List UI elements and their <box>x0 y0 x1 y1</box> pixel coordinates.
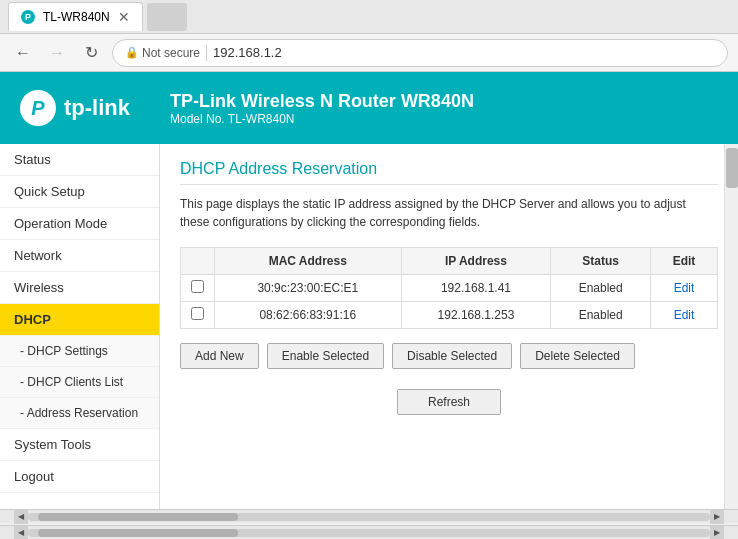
scroll-left-arrow-2[interactable]: ◀ <box>14 526 28 540</box>
sidebar-item-logout[interactable]: Logout <box>0 461 159 493</box>
row2-checkbox[interactable] <box>191 307 204 320</box>
sidebar-item-quick-setup[interactable]: Quick Setup <box>0 176 159 208</box>
brand-name: tp-link <box>64 95 130 121</box>
sidebar-item-operation-mode[interactable]: Operation Mode <box>0 208 159 240</box>
action-buttons: Add New Enable Selected Disable Selected… <box>180 343 718 369</box>
scroll-thumb-horizontal-2 <box>38 529 238 537</box>
new-tab-area <box>147 3 187 31</box>
col-header-edit: Edit <box>651 248 718 275</box>
sidebar: Status Quick Setup Operation Mode Networ… <box>0 144 160 509</box>
sidebar-label-status: Status <box>14 152 51 167</box>
sidebar-item-system-tools[interactable]: System Tools <box>0 429 159 461</box>
router-wrapper: P tp-link TP-Link Wireless N Router WR84… <box>0 72 738 539</box>
browser-title-bar: P TL-WR840N ✕ <box>0 0 738 34</box>
sidebar-label-system-tools: System Tools <box>14 437 91 452</box>
delete-selected-button[interactable]: Delete Selected <box>520 343 635 369</box>
col-header-checkbox <box>181 248 215 275</box>
sidebar-label-dhcp: DHCP <box>14 312 51 327</box>
enable-selected-button[interactable]: Enable Selected <box>267 343 384 369</box>
disable-selected-button[interactable]: Disable Selected <box>392 343 512 369</box>
sidebar-label-network: Network <box>14 248 62 263</box>
row1-checkbox[interactable] <box>191 280 204 293</box>
product-name: TP-Link Wireless N Router WR840N <box>170 91 474 112</box>
reservation-table: MAC Address IP Address Status Edit 30:9c… <box>180 247 718 329</box>
logo-icon: P <box>20 90 56 126</box>
browser-tab[interactable]: P TL-WR840N ✕ <box>8 2 143 31</box>
scroll-right-arrow-2[interactable]: ▶ <box>710 526 724 540</box>
row1-ip: 192.168.1.41 <box>401 275 551 302</box>
router-header: P tp-link TP-Link Wireless N Router WR84… <box>0 72 738 144</box>
vertical-scrollbar[interactable] <box>724 144 738 509</box>
main-content: DHCP Address Reservation This page displ… <box>160 144 738 509</box>
url-text: 192.168.1.2 <box>213 45 282 60</box>
sidebar-item-wireless[interactable]: Wireless <box>0 272 159 304</box>
sidebar-label-wireless: Wireless <box>14 280 64 295</box>
page-description: This page displays the static IP address… <box>180 195 718 231</box>
scroll-right-arrow[interactable]: ▶ <box>710 510 724 524</box>
back-button[interactable]: ← <box>10 40 36 66</box>
row2-ip: 192.168.1.253 <box>401 302 551 329</box>
horizontal-scrollbar-2[interactable]: ◀ ▶ <box>0 525 738 539</box>
scroll-track-2 <box>28 529 710 537</box>
forward-button[interactable]: → <box>44 40 70 66</box>
sidebar-item-dhcp-settings[interactable]: - DHCP Settings <box>0 336 159 367</box>
reload-button[interactable]: ↻ <box>78 40 104 66</box>
browser-nav-bar: ← → ↻ 🔒 Not secure 192.168.1.2 <box>0 34 738 72</box>
sidebar-item-status[interactable]: Status <box>0 144 159 176</box>
horizontal-scrollbar[interactable]: ◀ ▶ <box>0 509 738 523</box>
col-header-status: Status <box>551 248 651 275</box>
lock-icon: 🔒 <box>125 46 139 59</box>
address-bar[interactable]: 🔒 Not secure 192.168.1.2 <box>112 39 728 67</box>
row1-checkbox-cell <box>181 275 215 302</box>
add-new-button[interactable]: Add New <box>180 343 259 369</box>
sidebar-label-quick-setup: Quick Setup <box>14 184 85 199</box>
col-header-ip: IP Address <box>401 248 551 275</box>
sidebar-label-operation-mode: Operation Mode <box>14 216 107 231</box>
logo-letter: P <box>31 97 44 120</box>
scroll-track <box>28 513 710 521</box>
row2-checkbox-cell <box>181 302 215 329</box>
sidebar-item-dhcp[interactable]: DHCP <box>0 304 159 336</box>
sidebar-label-dhcp-settings: - DHCP Settings <box>20 344 108 358</box>
row2-edit-cell: Edit <box>651 302 718 329</box>
row1-edit-link[interactable]: Edit <box>674 281 695 295</box>
row2-status: Enabled <box>551 302 651 329</box>
table-row: 30:9c:23:00:EC:E1 192.168.1.41 Enabled E… <box>181 275 718 302</box>
sidebar-label-logout: Logout <box>14 469 54 484</box>
row1-mac: 30:9c:23:00:EC:E1 <box>215 275 402 302</box>
sidebar-item-address-reservation[interactable]: - Address Reservation <box>0 398 159 429</box>
refresh-area: Refresh <box>180 389 718 415</box>
table-row: 08:62:66:83:91:16 192.168.1.253 Enabled … <box>181 302 718 329</box>
sidebar-item-dhcp-clients[interactable]: - DHCP Clients List <box>0 367 159 398</box>
address-divider <box>206 45 207 61</box>
scroll-thumb-horizontal <box>38 513 238 521</box>
model-number: Model No. TL-WR840N <box>170 112 474 126</box>
scroll-thumb <box>726 148 738 188</box>
header-title-area: TP-Link Wireless N Router WR840N Model N… <box>170 91 474 126</box>
favicon-letter: P <box>25 12 31 22</box>
row1-status: Enabled <box>551 275 651 302</box>
refresh-button[interactable]: Refresh <box>397 389 501 415</box>
sidebar-label-address-reservation: - Address Reservation <box>20 406 138 420</box>
row1-edit-cell: Edit <box>651 275 718 302</box>
security-indicator: 🔒 Not secure <box>125 46 200 60</box>
sidebar-item-network[interactable]: Network <box>0 240 159 272</box>
logo-area: P tp-link <box>20 90 130 126</box>
security-label: Not secure <box>142 46 200 60</box>
row2-edit-link[interactable]: Edit <box>674 308 695 322</box>
tab-favicon: P <box>21 10 35 24</box>
tab-close-button[interactable]: ✕ <box>118 9 130 25</box>
scroll-left-arrow[interactable]: ◀ <box>14 510 28 524</box>
page-title: DHCP Address Reservation <box>180 160 718 185</box>
row2-mac: 08:62:66:83:91:16 <box>215 302 402 329</box>
content-wrapper: Status Quick Setup Operation Mode Networ… <box>0 144 738 509</box>
tab-title: TL-WR840N <box>43 10 110 24</box>
sidebar-label-dhcp-clients: - DHCP Clients List <box>20 375 123 389</box>
col-header-mac: MAC Address <box>215 248 402 275</box>
